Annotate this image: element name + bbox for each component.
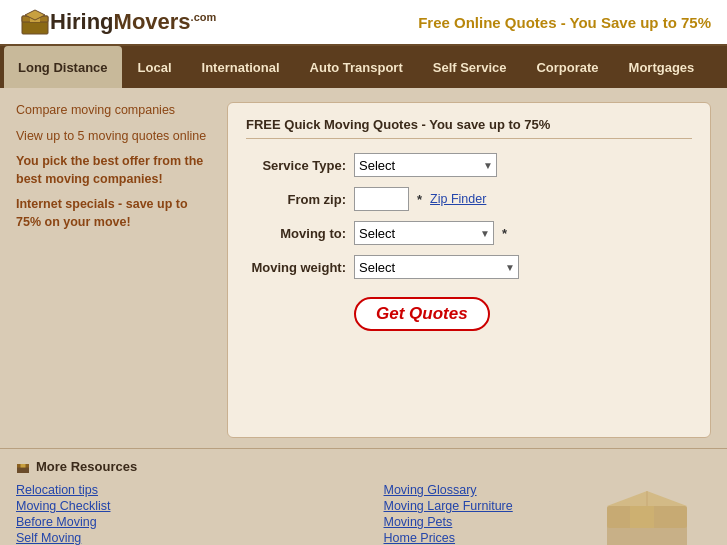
sidebar-5quotes-link[interactable]: View up to 5 moving quotes online [16, 128, 211, 146]
nav-item-auto-transport[interactable]: Auto Transport [296, 46, 417, 88]
service-type-label: Service Type: [246, 158, 346, 173]
service-type-select-wrapper: Select Full Service Moving Self Service … [354, 153, 497, 177]
service-type-row: Service Type: Select Full Service Moving… [246, 153, 692, 177]
moving-to-required-star: * [502, 226, 507, 241]
resource-before-moving[interactable]: Before Moving [16, 514, 344, 530]
quote-title: FREE Quick Moving Quotes - You save up t… [246, 117, 692, 139]
moving-weight-row: Moving weight: Select Under 1000 lbs 100… [246, 255, 692, 279]
get-quotes-row: Get Quotes [246, 289, 692, 331]
moving-to-select-wrapper: Select Alabama Alaska Arizona California… [354, 221, 494, 245]
resource-moving-checklist[interactable]: Moving Checklist [16, 498, 344, 514]
logo-text[interactable]: HiringMovers.com [50, 9, 216, 35]
resources-box-icon [16, 460, 30, 474]
quote-form-box: FREE Quick Moving Quotes - You save up t… [227, 102, 711, 438]
header: HiringMovers.com Free Online Quotes - Yo… [0, 0, 727, 46]
resource-home-prices[interactable]: Home Prices [384, 530, 712, 545]
resources-left-col: Relocation tips Moving Checklist Before … [16, 482, 344, 545]
nav-item-mortgages[interactable]: Mortgages [615, 46, 709, 88]
resources-title: More Resources [16, 459, 711, 474]
sidebar-compare-link[interactable]: Compare moving companies [16, 102, 211, 120]
moving-weight-select-wrapper: Select Under 1000 lbs 1000-3000 lbs 3000… [354, 255, 519, 279]
resources-right-col: Moving Glossary Moving Large Furniture M… [384, 482, 712, 545]
nav-bar: Long Distance Local International Auto T… [0, 46, 727, 88]
nav-item-long-distance[interactable]: Long Distance [4, 46, 122, 88]
resource-moving-glossary[interactable]: Moving Glossary [384, 482, 712, 498]
nav-item-corporate[interactable]: Corporate [522, 46, 612, 88]
zip-finder-link[interactable]: Zip Finder [430, 192, 486, 206]
resource-moving-pets[interactable]: Moving Pets [384, 514, 712, 530]
zip-required-star: * [417, 192, 422, 207]
from-zip-row: From zip: * Zip Finder [246, 187, 692, 211]
resources-grid: Relocation tips Moving Checklist Before … [16, 482, 711, 545]
from-zip-label: From zip: [246, 192, 346, 207]
get-quotes-button[interactable]: Get Quotes [354, 297, 490, 331]
tagline: Free Online Quotes - You Save up to 75% [418, 14, 711, 31]
sidebar-best-offer: You pick the best offer from the best mo… [16, 153, 211, 188]
nav-item-self-service[interactable]: Self Service [419, 46, 521, 88]
sidebar: Compare moving companies View up to 5 mo… [16, 102, 211, 438]
moving-to-label: Moving to: [246, 226, 346, 241]
logo-icon [20, 8, 50, 36]
resource-self-moving[interactable]: Self Moving [16, 530, 344, 545]
svg-rect-6 [21, 464, 26, 468]
logo-area: HiringMovers.com [16, 8, 216, 36]
logo-movers: Movers [114, 9, 191, 34]
resource-relocation-tips[interactable]: Relocation tips [16, 482, 344, 498]
moving-to-select[interactable]: Select Alabama Alaska Arizona California… [354, 221, 494, 245]
from-zip-input[interactable] [354, 187, 409, 211]
main-content: Compare moving companies View up to 5 mo… [0, 88, 727, 448]
logo-hiring: Hiring [50, 9, 114, 34]
moving-weight-select[interactable]: Select Under 1000 lbs 1000-3000 lbs 3000… [354, 255, 519, 279]
nav-item-international[interactable]: International [188, 46, 294, 88]
service-type-select[interactable]: Select Full Service Moving Self Service … [354, 153, 497, 177]
moving-to-row: Moving to: Select Alabama Alaska Arizona… [246, 221, 692, 245]
moving-weight-label: Moving weight: [246, 260, 346, 275]
logo-com: .com [191, 11, 217, 23]
resources-section: More Resources Relocation tips Moving Ch… [0, 448, 727, 545]
resource-moving-large-furniture[interactable]: Moving Large Furniture [384, 498, 712, 514]
sidebar-internet-specials: Internet specials - save up to 75% on yo… [16, 196, 211, 231]
nav-item-local[interactable]: Local [124, 46, 186, 88]
